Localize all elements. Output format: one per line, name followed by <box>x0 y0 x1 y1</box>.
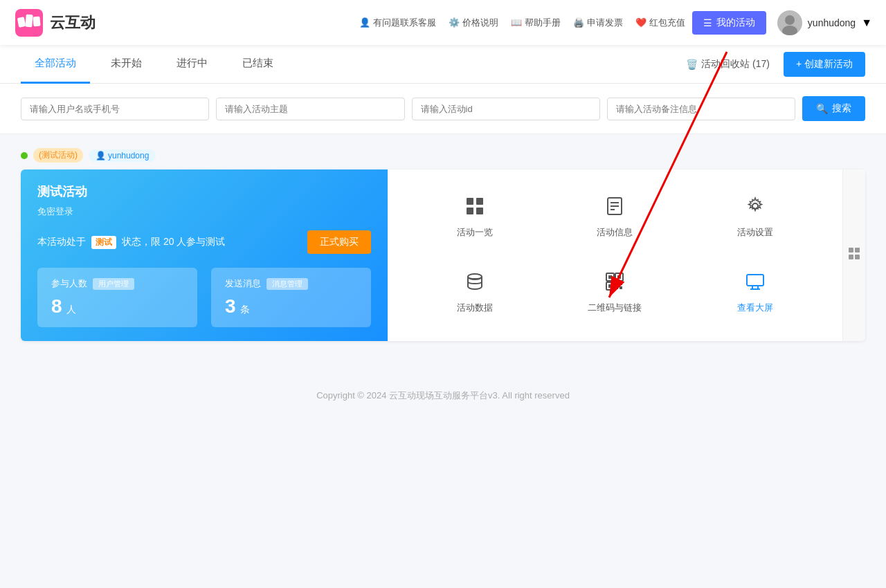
recycler-link[interactable]: 🗑️ 活动回收站 (17) <box>686 58 770 71</box>
tag-test[interactable]: (测试活动) <box>33 148 83 163</box>
actions-panel: 活动一览 活动信息 <box>388 169 842 341</box>
action-settings[interactable]: 活动设置 <box>689 190 822 246</box>
tabs-bar: 全部活动 未开始 进行中 已结束 🗑️ 活动回收站 (17) + 创建新活动 <box>0 45 886 84</box>
svg-rect-33 <box>849 255 853 259</box>
action-bigscreen[interactable]: 查看大屏 <box>689 265 822 321</box>
action-overview[interactable]: 活动一览 <box>408 190 541 246</box>
status-dot <box>21 152 28 159</box>
footer: Copyright © 2024 云互动现场互动服务平台v3. All righ… <box>0 369 886 416</box>
bigscreen-label: 查看大屏 <box>737 302 773 314</box>
activity-blue-card: 测试活动 免密登录 本活动处于 测试 状态，限 20 人参与测试 正式购买 参与… <box>21 169 388 341</box>
manage-users-button[interactable]: 用户管理 <box>93 278 134 290</box>
action-qrcode[interactable]: 二维码与链接 <box>548 265 681 321</box>
side-toggle[interactable] <box>842 169 865 341</box>
stats-row: 参与人数 用户管理 8 人 发送消息 消息管理 3 条 <box>37 268 371 327</box>
action-data[interactable]: 活动数据 <box>408 265 541 321</box>
my-activity-icon: ☰ <box>703 17 712 28</box>
status-prefix: 本活动处于 <box>37 236 86 248</box>
manual-icon: 📖 <box>511 17 522 28</box>
settings-label: 活动设置 <box>737 226 773 239</box>
settings-icon <box>745 196 765 221</box>
svg-rect-27 <box>747 275 763 286</box>
svg-rect-25 <box>615 286 618 289</box>
svg-rect-23 <box>615 282 618 285</box>
status-line: 本活动处于 测试 状态，限 20 人参与测试 正式购买 <box>37 230 371 254</box>
username: yunhudong <box>808 17 856 28</box>
recharge-icon: ❤️ <box>635 17 647 28</box>
messages-number: 3 <box>225 295 236 317</box>
test-badge: 测试 <box>91 236 116 249</box>
pricing-icon: ⚙️ <box>449 17 460 28</box>
buy-button[interactable]: 正式购买 <box>307 230 371 254</box>
invoice-icon: 🖨️ <box>573 17 584 28</box>
nav-manual[interactable]: 📖 帮助手册 <box>511 17 561 29</box>
search-id-input[interactable] <box>412 98 600 120</box>
qrcode-icon <box>605 272 624 296</box>
svg-rect-2 <box>25 14 33 27</box>
search-theme-input[interactable] <box>216 98 404 120</box>
svg-point-5 <box>785 15 795 25</box>
svg-rect-7 <box>467 198 473 205</box>
activity-card: 测试活动 免密登录 本活动处于 测试 状态，限 20 人参与测试 正式购买 参与… <box>21 169 865 341</box>
qrcode-label: 二维码与链接 <box>588 302 642 314</box>
tab-ended[interactable]: 已结束 <box>228 45 287 84</box>
overview-label: 活动一览 <box>457 226 493 239</box>
svg-rect-3 <box>33 16 40 26</box>
tab-notstarted[interactable]: 未开始 <box>97 45 156 84</box>
user-icon: 👤 <box>96 151 106 160</box>
manage-msg-button[interactable]: 消息管理 <box>266 278 308 290</box>
avatar <box>777 10 802 35</box>
search-note-input[interactable] <box>607 98 795 120</box>
svg-rect-34 <box>855 255 860 259</box>
support-icon: 👤 <box>359 17 370 28</box>
content-area: (测试活动) 👤 yunhudong 测试活动 免密登录 本活动处于 测试 状态… <box>0 134 886 369</box>
svg-rect-24 <box>620 282 622 285</box>
activity-tag-row: (测试活动) 👤 yunhudong <box>21 148 865 163</box>
participants-label: 参与人数 <box>51 277 87 290</box>
svg-rect-22 <box>608 284 612 288</box>
participants-label-row: 参与人数 用户管理 <box>51 277 183 290</box>
my-activity-button[interactable]: ☰ 我的活动 <box>692 11 766 35</box>
nav-invoice[interactable]: 🖨️ 申请发票 <box>573 17 623 29</box>
tag-user: 👤 yunhudong <box>89 149 156 162</box>
dropdown-icon: ▼ <box>861 17 872 29</box>
nav-support[interactable]: 👤 有问题联系客服 <box>359 17 436 29</box>
tab-ongoing[interactable]: 进行中 <box>163 45 222 84</box>
search-button[interactable]: 🔍 搜索 <box>802 96 865 121</box>
participants-count: 8 人 <box>51 295 183 318</box>
create-activity-button[interactable]: + 创建新活动 <box>784 52 865 77</box>
participants-number: 8 <box>51 295 62 317</box>
user-area[interactable]: yunhudong ▼ <box>777 10 872 35</box>
search-user-input[interactable] <box>21 98 209 120</box>
info-label: 活动信息 <box>597 226 633 239</box>
header: 云互动 👤 有问题联系客服 ⚙️ 价格说明 📖 帮助手册 🖨️ 申请发票 ❤️ … <box>0 0 886 45</box>
nav-recharge[interactable]: ❤️ 红包充值 <box>635 17 685 29</box>
logo-icon <box>14 8 44 38</box>
logo: 云互动 <box>14 8 96 38</box>
data-label: 活动数据 <box>457 302 493 314</box>
info-icon <box>605 196 624 221</box>
activity-title: 测试活动 <box>37 183 371 200</box>
nav-links: 👤 有问题联系客服 ⚙️ 价格说明 📖 帮助手册 🖨️ 申请发票 ❤️ 红包充值 <box>359 17 685 29</box>
toggle-icon <box>847 245 861 266</box>
search-icon: 🔍 <box>816 103 828 114</box>
svg-rect-20 <box>617 275 621 279</box>
participants-unit: 人 <box>66 304 76 315</box>
overview-icon <box>465 196 485 221</box>
svg-rect-31 <box>849 248 853 252</box>
messages-unit: 条 <box>240 304 250 315</box>
tab-all[interactable]: 全部活动 <box>21 45 90 84</box>
recycler-icon: 🗑️ <box>686 59 698 70</box>
participants-box: 参与人数 用户管理 8 人 <box>37 268 197 327</box>
messages-label-row: 发送消息 消息管理 <box>225 277 357 290</box>
svg-rect-8 <box>476 198 483 205</box>
messages-count: 3 条 <box>225 295 357 318</box>
nav-pricing[interactable]: ⚙️ 价格说明 <box>449 17 498 29</box>
data-icon <box>465 272 485 296</box>
action-info[interactable]: 活动信息 <box>548 190 681 246</box>
search-bar: 🔍 搜索 <box>0 84 886 134</box>
svg-rect-26 <box>620 286 622 289</box>
bigscreen-icon <box>745 272 765 296</box>
status-suffix: 状态，限 20 人参与测试 <box>122 236 225 248</box>
svg-rect-18 <box>608 275 612 279</box>
